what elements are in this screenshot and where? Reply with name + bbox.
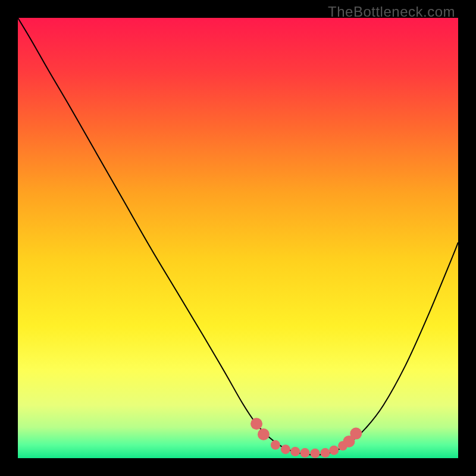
optimal-marker <box>350 428 362 440</box>
chart-background <box>18 18 458 458</box>
optimal-marker <box>300 448 309 458</box>
optimal-marker <box>281 444 290 454</box>
optimal-marker <box>250 418 262 430</box>
optimal-marker <box>311 449 320 458</box>
optimal-marker <box>258 428 270 440</box>
bottleneck-chart <box>18 18 458 458</box>
optimal-marker <box>290 447 300 456</box>
optimal-marker <box>329 446 339 455</box>
optimal-marker <box>321 448 330 458</box>
watermark-text: TheBottleneck.com <box>328 4 455 20</box>
chart-frame <box>18 18 458 458</box>
optimal-marker <box>271 440 280 450</box>
